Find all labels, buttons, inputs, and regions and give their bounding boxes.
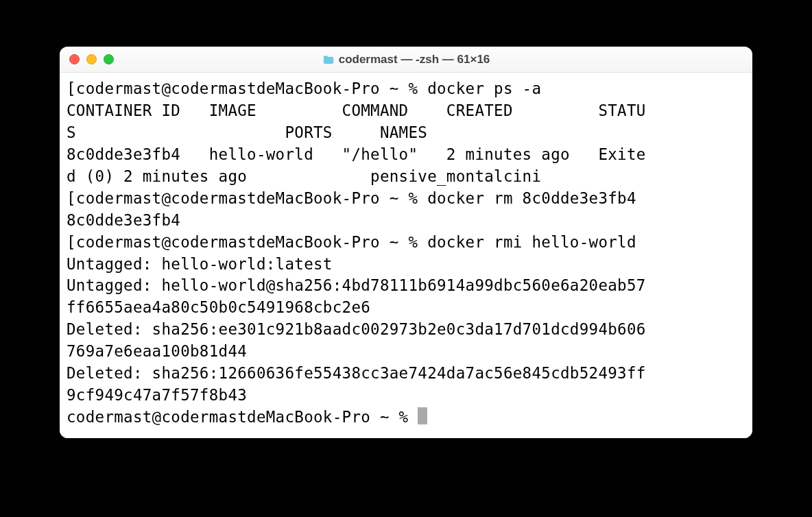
terminal-line: 8c0dde3e3fb4 <box>67 210 745 232</box>
close-button[interactable] <box>69 54 80 64</box>
terminal-line: Deleted: sha256:12660636fe55438cc3ae7424… <box>67 363 745 385</box>
window-title: codermast — -zsh — 61×16 <box>60 53 752 67</box>
terminal-line: ff6655aea4a80c50b0c5491968cbc2e6 <box>67 297 745 319</box>
terminal-line: [codermast@codermastdeMacBook-Pro ~ % do… <box>67 232 745 254</box>
terminal-line: 769a7e6eaa100b81d44 <box>67 341 745 363</box>
window-title-text: codermast — -zsh — 61×16 <box>339 53 490 67</box>
terminal-line: Untagged: hello-world@sha256:4bd78111b69… <box>67 275 745 297</box>
terminal-body[interactable]: [codermast@codermastdeMacBook-Pro ~ % do… <box>60 73 752 438</box>
titlebar[interactable]: codermast — -zsh — 61×16 <box>60 47 752 73</box>
terminal-line: [codermast@codermastdeMacBook-Pro ~ % do… <box>67 188 745 210</box>
terminal-line: 9cf949c47a7f57f8b43 <box>67 385 745 407</box>
terminal-line: Deleted: sha256:ee301c921b8aadc002973b2e… <box>67 319 745 341</box>
prompt-text: codermast@codermastdeMacBook-Pro ~ % <box>67 408 418 426</box>
terminal-line: [codermast@codermastdeMacBook-Pro ~ % do… <box>67 78 745 100</box>
cursor <box>418 407 427 424</box>
prompt-line: codermast@codermastdeMacBook-Pro ~ % <box>67 407 745 429</box>
terminal-line: d (0) 2 minutes ago pensive_montalcini <box>67 166 745 188</box>
folder-icon <box>322 55 335 64</box>
terminal-line: CONTAINER ID IMAGE COMMAND CREATED STATU <box>67 100 745 122</box>
terminal-window: codermast — -zsh — 61×16 [codermast@code… <box>60 47 752 438</box>
terminal-line: Untagged: hello-world:latest <box>67 254 745 276</box>
zoom-button[interactable] <box>104 54 114 64</box>
traffic-lights <box>69 54 114 64</box>
terminal-line: S PORTS NAMES <box>67 122 745 144</box>
minimize-button[interactable] <box>86 54 97 64</box>
terminal-line: 8c0dde3e3fb4 hello-world "/hello" 2 minu… <box>67 144 745 166</box>
